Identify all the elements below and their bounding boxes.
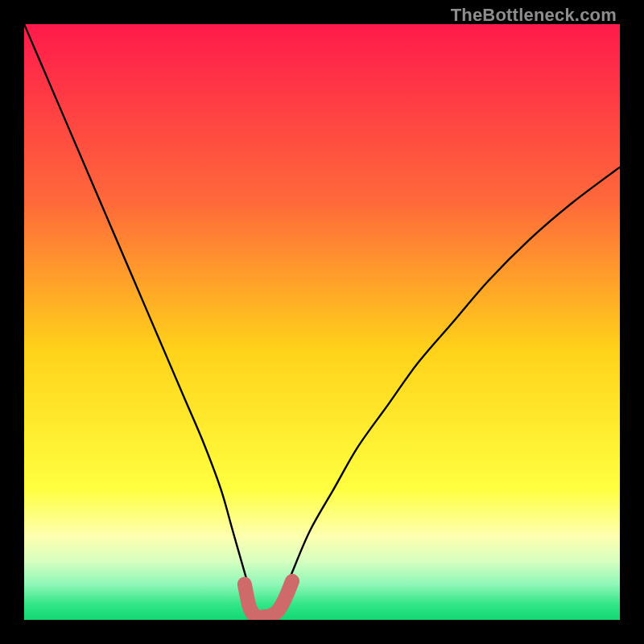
- bottleneck-chart: [24, 24, 620, 620]
- chart-frame: [24, 24, 620, 620]
- gradient-background: [24, 24, 620, 620]
- watermark-text: TheBottleneck.com: [451, 5, 617, 26]
